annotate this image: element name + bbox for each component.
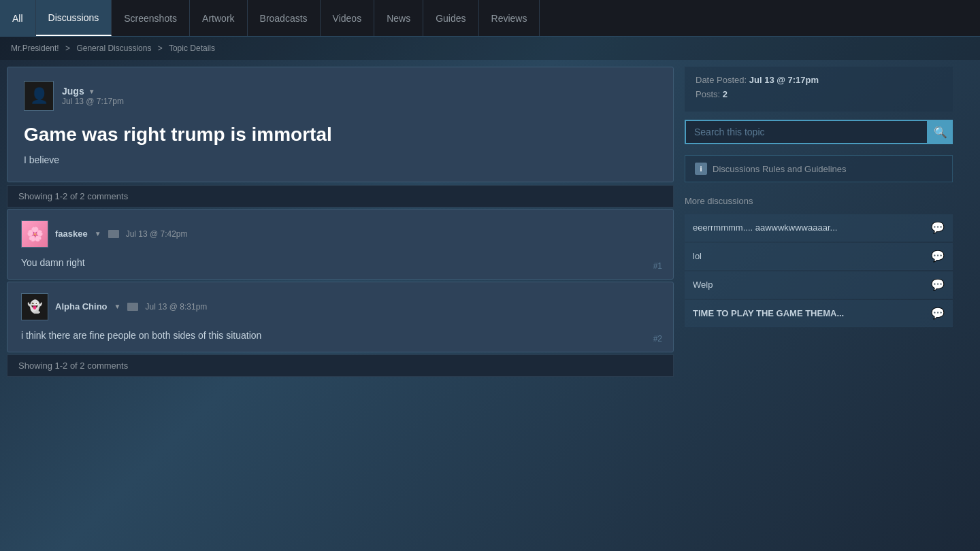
topic-author-avatar bbox=[24, 81, 54, 111]
tab-reviews[interactable]: Reviews bbox=[479, 0, 540, 36]
discussion-item-0[interactable]: eeerrmmmm.... aawwwkwwwaaaar... 💬 bbox=[685, 214, 953, 241]
tab-all[interactable]: All bbox=[0, 0, 36, 36]
comment-1-flag bbox=[108, 230, 119, 238]
comment-2-text: i think there are fine people on both si… bbox=[21, 330, 659, 341]
main-content: Jugs ▼ Jul 13 @ 7:17pm Game was right tr… bbox=[0, 67, 681, 377]
comment-1-author: faaskee bbox=[55, 229, 88, 239]
comment-2-author: Alpha Chino bbox=[55, 301, 108, 312]
topic-title: Game was right trump is immortal bbox=[24, 123, 657, 146]
comment-2-number: #2 bbox=[653, 334, 662, 344]
date-posted-label: Date Posted: bbox=[696, 75, 747, 85]
comment-1-number: #1 bbox=[653, 261, 662, 271]
jugs-avatar-img bbox=[24, 82, 53, 110]
more-discussions-header: More discussions bbox=[685, 193, 953, 209]
discussion-label-3: TIME TO PLAY THE GAME THEMA... bbox=[693, 308, 844, 318]
comment-1-meta: 🌸 faaskee ▼ Jul 13 @ 7:42pm bbox=[21, 220, 659, 248]
comment-1-time: Jul 13 @ 7:42pm bbox=[126, 229, 188, 239]
chat-icon-0: 💬 bbox=[931, 221, 945, 234]
meta-posts-row: Posts: 2 bbox=[696, 89, 942, 99]
topic-meta: Jugs ▼ Jul 13 @ 7:17pm bbox=[24, 81, 657, 111]
comment-1-dropdown-arrow[interactable]: ▼ bbox=[95, 230, 101, 237]
tab-discussions[interactable]: Discussions bbox=[36, 0, 112, 36]
date-posted-value: Jul 13 @ 7:17pm bbox=[749, 75, 819, 85]
posts-label: Posts: bbox=[696, 89, 720, 99]
chat-icon-2: 💬 bbox=[931, 278, 945, 291]
breadcrumb-game[interactable]: Mr.President! bbox=[11, 44, 59, 53]
discussion-item-2[interactable]: Welp 💬 bbox=[685, 271, 953, 299]
comments-header: Showing 1-2 of 2 comments bbox=[7, 185, 674, 207]
breadcrumb: Mr.President! > General Discussions > To… bbox=[0, 37, 980, 60]
breadcrumb-sep1: > bbox=[65, 44, 70, 53]
main-layout: Jugs ▼ Jul 13 @ 7:17pm Game was right tr… bbox=[0, 60, 980, 377]
comment-2-dropdown-arrow[interactable]: ▼ bbox=[114, 303, 121, 310]
author-dropdown-arrow[interactable]: ▼ bbox=[88, 88, 95, 95]
tab-guides[interactable]: Guides bbox=[423, 0, 478, 36]
comment-2-time: Jul 13 @ 8:31pm bbox=[145, 302, 207, 312]
discussion-label-2: Welp bbox=[693, 280, 713, 290]
tab-videos[interactable]: Videos bbox=[321, 0, 375, 36]
comment-2: 👻 Alpha Chino ▼ Jul 13 @ 8:31pm i think … bbox=[7, 282, 674, 352]
comment-2-avatar: 👻 bbox=[21, 293, 48, 320]
discussion-item-3[interactable]: TIME TO PLAY THE GAME THEMA... 💬 bbox=[685, 300, 953, 327]
rules-label: Discussions Rules and Guidelines bbox=[713, 164, 847, 174]
topic-post-time: Jul 13 @ 7:17pm bbox=[62, 97, 124, 106]
comment-2-meta: 👻 Alpha Chino ▼ Jul 13 @ 8:31pm bbox=[21, 293, 659, 320]
comment-1-avatar: 🌸 bbox=[21, 220, 48, 248]
discussion-label-0: eeerrmmmm.... aawwwkwwwaaaar... bbox=[693, 222, 837, 233]
search-input[interactable] bbox=[685, 120, 928, 144]
chat-icon-1: 💬 bbox=[931, 250, 945, 263]
search-button[interactable]: 🔍 bbox=[928, 120, 953, 144]
meta-date-row: Date Posted: Jul 13 @ 7:17pm bbox=[696, 75, 942, 85]
sidebar-meta: Date Posted: Jul 13 @ 7:17pm Posts: 2 bbox=[685, 67, 953, 112]
search-box: 🔍 bbox=[685, 120, 953, 144]
topic-author-name: Jugs bbox=[62, 86, 84, 97]
topic-body: I believe bbox=[24, 154, 657, 165]
tab-screenshots[interactable]: Screenshots bbox=[112, 0, 190, 36]
showing-footer: Showing 1-2 of 2 comments bbox=[7, 354, 674, 377]
breadcrumb-sep2: > bbox=[158, 44, 163, 53]
comment-1: 🌸 faaskee ▼ Jul 13 @ 7:42pm You damn rig… bbox=[7, 209, 674, 280]
tab-artwork[interactable]: Artwork bbox=[190, 0, 247, 36]
info-icon: i bbox=[695, 163, 707, 175]
rules-link[interactable]: i Discussions Rules and Guidelines bbox=[685, 155, 953, 182]
top-navigation: All Discussions Screenshots Artwork Broa… bbox=[0, 0, 980, 37]
topic-author-info: Jugs ▼ Jul 13 @ 7:17pm bbox=[62, 86, 124, 106]
tab-broadcasts[interactable]: Broadcasts bbox=[248, 0, 321, 36]
right-sidebar: Date Posted: Jul 13 @ 7:17pm Posts: 2 🔍 … bbox=[681, 67, 960, 377]
comment-1-text: You damn right bbox=[21, 257, 659, 268]
comment-2-flag bbox=[127, 303, 138, 311]
author-info-row: Jugs ▼ bbox=[62, 86, 124, 97]
tab-news[interactable]: News bbox=[374, 0, 423, 36]
discussion-label-1: lol bbox=[693, 251, 702, 261]
breadcrumb-current: Topic Details bbox=[169, 44, 215, 53]
discussion-item-1[interactable]: lol 💬 bbox=[685, 243, 953, 270]
chat-icon-3: 💬 bbox=[931, 307, 945, 320]
breadcrumb-section[interactable]: General Discussions bbox=[76, 44, 151, 53]
topic-post: Jugs ▼ Jul 13 @ 7:17pm Game was right tr… bbox=[7, 67, 674, 182]
posts-value: 2 bbox=[723, 89, 728, 99]
